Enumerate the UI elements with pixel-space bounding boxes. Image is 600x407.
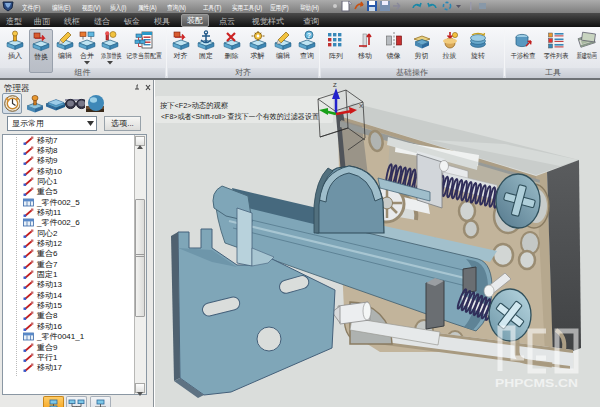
svg-text:Z: Z — [333, 82, 337, 88]
svg-text:按下<F2>动态的观察: 按下<F2>动态的观察 — [160, 101, 228, 110]
svg-text:PHPCMS.CN: PHPCMS.CN — [495, 377, 578, 389]
svg-text:?: ? — [307, 32, 311, 39]
svg-text:<F8>或者<Shift-roll> 查找下一个有效的过滤器: <F8>或者<Shift-roll> 查找下一个有效的过滤器设置 — [161, 112, 319, 121]
svg-text:X: X — [359, 103, 363, 109]
